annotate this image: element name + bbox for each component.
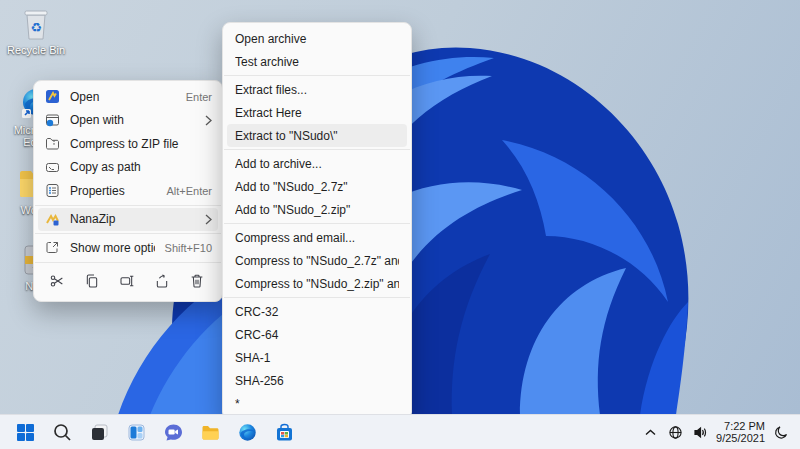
submenu-item[interactable]: Compress to "NSudo_2.7z" and email <box>227 249 407 272</box>
tray-date: 9/25/2021 <box>716 432 765 445</box>
menu-separator <box>35 233 221 234</box>
submenu-item[interactable]: * <box>227 392 407 415</box>
desktop-icon-recycle-bin[interactable]: ♻ Recycle Bin <box>4 6 68 56</box>
menu-item-copy-as-path[interactable]: Copy as path <box>38 156 218 180</box>
submenu-item[interactable]: Compress to "NSudo_2.zip" and email <box>227 272 407 295</box>
menu-item-nanazip[interactable]: NanaZip <box>38 208 218 232</box>
menu-item-shortcut: Alt+Enter <box>166 185 212 197</box>
delete-button[interactable] <box>184 268 210 294</box>
focus-assist-moon-icon[interactable] <box>772 421 790 443</box>
menu-item-label: Copy as path <box>70 160 212 174</box>
menu-item-open-with[interactable]: Open with <box>38 109 218 133</box>
submenu-item[interactable]: Add to "NSudo_2.7z" <box>227 175 407 198</box>
context-menu: Open Enter Open with Compress to ZIP fil… <box>33 80 223 302</box>
taskbar-buttons <box>0 419 297 445</box>
copy-path-icon <box>44 159 60 175</box>
submenu-item[interactable]: Extract files... <box>227 78 407 101</box>
menu-item-shortcut: Enter <box>186 91 212 103</box>
menu-item-label: Properties <box>70 184 156 198</box>
submenu-item[interactable]: Test archive <box>227 50 407 73</box>
menu-separator <box>35 205 221 206</box>
menu-item-open[interactable]: Open Enter <box>38 85 218 109</box>
start-button[interactable] <box>12 419 38 445</box>
menu-item-shortcut: Shift+F10 <box>165 242 212 254</box>
volume-icon[interactable] <box>691 421 709 443</box>
menu-separator <box>224 149 410 150</box>
submenu-item-extract-to[interactable]: Extract to "NSudo\" <box>227 124 407 147</box>
tray-time: 7:22 PM <box>716 420 765 433</box>
edge-button[interactable] <box>234 419 260 445</box>
system-tray: 7:22 PM 9/25/2021 <box>641 420 800 445</box>
rename-button[interactable] <box>114 268 140 294</box>
menu-separator <box>35 262 221 263</box>
svg-text:♻: ♻ <box>30 20 42 35</box>
show-more-options-icon <box>44 240 60 256</box>
menu-separator <box>224 223 410 224</box>
cut-button[interactable] <box>44 268 70 294</box>
menu-item-compress-zip[interactable]: Compress to ZIP file <box>38 132 218 156</box>
submenu-item[interactable]: Open archive <box>227 27 407 50</box>
chat-button[interactable] <box>160 419 186 445</box>
network-globe-icon[interactable] <box>666 421 684 443</box>
nanazip-icon <box>44 211 60 227</box>
file-explorer-button[interactable] <box>197 419 223 445</box>
recycle-bin-icon: ♻ <box>17 6 55 42</box>
quick-actions-row <box>34 265 222 297</box>
properties-icon <box>44 183 60 199</box>
copy-button[interactable] <box>79 268 105 294</box>
zip-folder-icon <box>44 136 60 152</box>
menu-item-properties[interactable]: Properties Alt+Enter <box>38 179 218 203</box>
open-with-icon <box>44 112 60 128</box>
menu-separator <box>224 75 410 76</box>
nanazip-submenu: Open archive Test archive Extract files.… <box>222 22 412 420</box>
submenu-item[interactable]: Add to "NSudo_2.zip" <box>227 198 407 221</box>
task-view-button[interactable] <box>86 419 112 445</box>
tray-chevron-up-icon[interactable] <box>641 421 659 443</box>
share-button[interactable] <box>149 268 175 294</box>
menu-item-label: NanaZip <box>70 212 202 226</box>
submenu-item[interactable]: Add to archive... <box>227 152 407 175</box>
menu-item-label: Open with <box>70 113 202 127</box>
menu-item-label: Open <box>70 90 176 104</box>
nanazip-file-icon <box>44 89 60 105</box>
store-button[interactable] <box>271 419 297 445</box>
submenu-item[interactable]: CRC-32 <box>227 300 407 323</box>
menu-item-show-more-options[interactable]: Show more options Shift+F10 <box>38 236 218 260</box>
submenu-item[interactable]: Compress and email... <box>227 226 407 249</box>
submenu-item[interactable]: SHA-1 <box>227 346 407 369</box>
submenu-item[interactable]: Extract Here <box>227 101 407 124</box>
menu-item-label: Show more options <box>70 241 155 255</box>
submenu-chevron-icon <box>202 115 212 126</box>
menu-separator <box>224 297 410 298</box>
desktop-icon-label: Recycle Bin <box>4 44 68 56</box>
submenu-item[interactable]: CRC-64 <box>227 323 407 346</box>
submenu-item[interactable]: SHA-256 <box>227 369 407 392</box>
clock[interactable]: 7:22 PM 9/25/2021 <box>716 420 765 445</box>
widgets-button[interactable] <box>123 419 149 445</box>
search-button[interactable] <box>49 419 75 445</box>
submenu-chevron-icon <box>202 214 212 225</box>
menu-item-label: Compress to ZIP file <box>70 137 212 151</box>
taskbar: 7:22 PM 9/25/2021 <box>0 414 800 449</box>
